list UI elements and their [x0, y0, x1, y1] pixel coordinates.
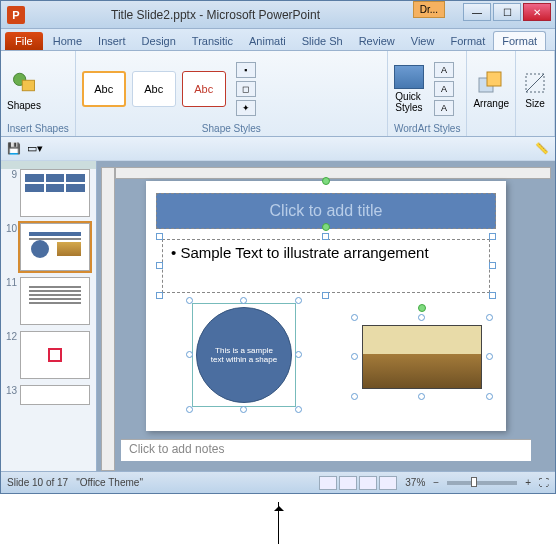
sorter-view-button[interactable]	[339, 476, 357, 490]
zoom-slider[interactable]	[447, 481, 517, 485]
thumb-slide-9[interactable]	[20, 169, 90, 217]
ribbon-tabs: File Home Insert Design Transitic Animat…	[1, 29, 555, 51]
fit-to-window-button[interactable]: ⛶	[539, 477, 549, 488]
app-window: P Title Slide2.pptx - Microsoft PowerPoi…	[0, 0, 556, 494]
tab-animations[interactable]: Animati	[241, 32, 294, 50]
thumb-slide-10[interactable]	[20, 223, 90, 271]
statusbar: Slide 10 of 17 "Office Theme" 37% − + ⛶	[1, 471, 555, 493]
image-selection	[358, 321, 486, 393]
text-effects-button[interactable]: A	[434, 100, 454, 116]
shape-style-3[interactable]: Abc	[182, 71, 226, 107]
shape-effects-button[interactable]: ✦	[236, 100, 256, 116]
group-label-wordart: WordArt Styles	[394, 123, 461, 134]
status-zoom: 37%	[405, 477, 425, 488]
slideshow-view-button[interactable]	[379, 476, 397, 490]
thumb-number: 12	[5, 331, 17, 342]
zoom-in-button[interactable]: +	[525, 477, 531, 488]
shape-fill-button[interactable]: ▪	[236, 62, 256, 78]
ruler-toggle-icon[interactable]: 📏	[535, 142, 549, 155]
tab-slideshow[interactable]: Slide Sh	[294, 32, 351, 50]
tab-file[interactable]: File	[5, 32, 43, 50]
group-shape-styles: Abc Abc Abc ▪ ◻ ✦ Shape Styles	[76, 51, 388, 136]
bullet-text: Sample Text to illustrate arrangement	[180, 244, 428, 261]
drawing-tools-tab-label: Dr...	[413, 1, 445, 18]
tab-review[interactable]: Review	[351, 32, 403, 50]
notes-pane[interactable]: Click to add notes	[121, 439, 531, 461]
slide-thumbnails-panel[interactable]: 9 10 11 12 13	[1, 161, 97, 471]
tab-format-drawing[interactable]: Format	[442, 32, 493, 50]
thumb-slide-12[interactable]	[20, 331, 90, 379]
svg-rect-1	[22, 80, 34, 91]
svg-rect-3	[487, 72, 501, 86]
shapes-label: Shapes	[7, 100, 41, 111]
powerpoint-icon: P	[7, 6, 25, 24]
tab-insert[interactable]: Insert	[90, 32, 134, 50]
titlebar: P Title Slide2.pptx - Microsoft PowerPoi…	[1, 1, 555, 29]
reading-view-button[interactable]	[359, 476, 377, 490]
shape-style-2[interactable]: Abc	[132, 71, 176, 107]
arrange-icon	[477, 70, 505, 96]
tab-view[interactable]: View	[403, 32, 443, 50]
shapes-button[interactable]: Shapes	[7, 68, 41, 111]
vertical-ruler	[101, 167, 115, 471]
thumb-slide-13[interactable]	[20, 385, 90, 405]
zoom-out-button[interactable]: −	[433, 477, 439, 488]
tab-home[interactable]: Home	[45, 32, 90, 50]
ribbon: Shapes Insert Shapes Abc Abc Abc ▪ ◻ ✦ S…	[1, 51, 555, 137]
text-fill-button[interactable]: A	[434, 62, 454, 78]
slide-editor[interactable]: Click to add title • Sample Text to illu…	[97, 161, 555, 471]
group-size: Size	[516, 51, 555, 136]
normal-view-button[interactable]	[319, 476, 337, 490]
status-slide-number: Slide 10 of 17	[7, 477, 68, 488]
group-insert-shapes: Shapes Insert Shapes	[1, 51, 76, 136]
tab-design[interactable]: Design	[134, 32, 184, 50]
size-label: Size	[525, 98, 544, 109]
rotation-handle-icon[interactable]	[418, 304, 426, 312]
tutorial-annotation: Selected Objects & Shapes	[0, 502, 556, 544]
group-label-shape-styles: Shape Styles	[82, 123, 381, 134]
tab-format-picture[interactable]: Format	[493, 31, 546, 50]
content-placeholder[interactable]: • Sample Text to illustrate arrangement	[162, 239, 490, 293]
minimize-button[interactable]: —	[463, 3, 491, 21]
status-theme: "Office Theme"	[76, 477, 143, 488]
window-title: Title Slide2.pptx - Microsoft PowerPoint	[111, 8, 320, 22]
arrange-label: Arrange	[473, 98, 509, 109]
text-outline-button[interactable]: A	[434, 81, 454, 97]
group-wordart-styles: Quick Styles A A A WordArt Styles	[388, 51, 468, 136]
workspace: 9 10 11 12 13	[1, 161, 555, 471]
group-label-insert-shapes: Insert Shapes	[7, 123, 69, 134]
size-button[interactable]: Size	[522, 70, 548, 109]
horizontal-ruler	[115, 167, 551, 179]
quick-access-bar: 💾 ▭▾ 📏	[1, 137, 555, 161]
arrange-button[interactable]: Arrange	[473, 70, 509, 109]
quick-styles-button[interactable]: Quick Styles	[394, 65, 424, 113]
shape-outline-button[interactable]: ◻	[236, 81, 256, 97]
group-arrange: Arrange	[467, 51, 516, 136]
close-button[interactable]: ✕	[523, 3, 551, 21]
tab-transitions[interactable]: Transitic	[184, 32, 241, 50]
shapes-icon	[10, 68, 38, 98]
slide-canvas[interactable]: Click to add title • Sample Text to illu…	[146, 181, 506, 431]
thumb-number: 13	[5, 385, 17, 396]
maximize-button[interactable]: ☐	[493, 3, 521, 21]
quick-styles-label: Quick Styles	[395, 91, 422, 113]
thumb-number: 11	[5, 277, 17, 288]
wordart-icon	[394, 65, 424, 89]
notes-placeholder: Click to add notes	[129, 442, 224, 456]
thumb-number: 10	[5, 223, 17, 234]
shape-style-1[interactable]: Abc	[82, 71, 126, 107]
title-placeholder-text: Click to add title	[270, 202, 383, 220]
title-placeholder[interactable]: Click to add title	[156, 193, 496, 229]
size-icon	[522, 70, 548, 96]
thumb-slide-11[interactable]	[20, 277, 90, 325]
save-icon[interactable]: 💾	[7, 142, 21, 155]
arrow-icon	[278, 502, 279, 544]
thumb-number: 9	[5, 169, 17, 180]
circle-selection	[192, 303, 296, 407]
layout-dropdown-icon[interactable]: ▭▾	[27, 142, 43, 155]
